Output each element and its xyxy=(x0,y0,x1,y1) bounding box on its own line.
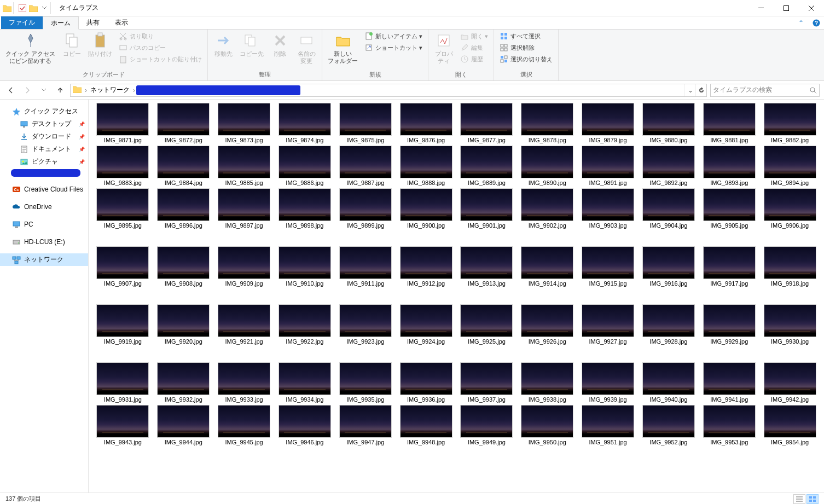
file-item[interactable]: IMG_9954.jpg xyxy=(761,405,819,445)
close-button[interactable] xyxy=(799,0,824,16)
file-item[interactable]: IMG_9901.jpg xyxy=(458,188,515,229)
tab-share[interactable]: 共有 xyxy=(79,16,107,29)
maximize-button[interactable] xyxy=(774,0,799,16)
new-folder-button[interactable]: 新しい フォルダー xyxy=(326,31,360,66)
open-button[interactable]: 開く ▾ xyxy=(458,31,490,42)
file-item[interactable]: IMG_9926.jpg xyxy=(519,304,576,345)
file-item[interactable]: IMG_9953.jpg xyxy=(700,405,758,445)
file-item[interactable]: IMG_9905.jpg xyxy=(700,188,758,229)
address-bar[interactable]: › ネットワーク › ⌄ xyxy=(70,84,707,97)
file-item[interactable]: IMG_9885.jpg xyxy=(216,146,273,186)
search-input[interactable]: タイムラプスの検索 xyxy=(710,84,820,97)
thumbnails-view-button[interactable] xyxy=(806,494,819,504)
file-item[interactable]: IMG_9912.jpg xyxy=(397,246,455,287)
file-item[interactable]: IMG_9892.jpg xyxy=(640,146,698,186)
file-item[interactable]: IMG_9894.jpg xyxy=(761,146,819,186)
move-to-button[interactable]: 移動先 xyxy=(211,31,235,59)
new-item-button[interactable]: 新しいアイテム ▾ xyxy=(362,31,425,42)
file-item[interactable]: IMG_9946.jpg xyxy=(276,405,334,445)
copy-path-button[interactable]: パスのコピー xyxy=(117,42,204,53)
sidebar-item[interactable]: ダウンロード📌 xyxy=(0,130,88,143)
sidebar-item[interactable]: HD-LCU3 (E:) xyxy=(0,236,88,248)
invert-selection-button[interactable]: 選択の切り替え xyxy=(497,54,555,65)
file-item[interactable]: IMG_9919.jpg xyxy=(94,304,152,345)
file-item[interactable]: IMG_9887.jpg xyxy=(336,146,394,186)
tab-view[interactable]: 表示 xyxy=(107,16,136,29)
file-item[interactable]: IMG_9928.jpg xyxy=(640,304,698,345)
address-dropdown-icon[interactable]: ⌄ xyxy=(684,84,695,96)
paste-shortcut-button[interactable]: ショートカットの貼り付け xyxy=(117,54,204,65)
file-item[interactable]: IMG_9947.jpg xyxy=(336,405,394,445)
file-item[interactable]: IMG_9906.jpg xyxy=(761,188,819,229)
file-item[interactable]: IMG_9881.jpg xyxy=(700,103,758,143)
file-item[interactable]: IMG_9929.jpg xyxy=(700,304,758,345)
sidebar-item[interactable]: デスクトップ📌 xyxy=(0,118,88,130)
file-item[interactable]: IMG_9915.jpg xyxy=(579,246,637,287)
file-item[interactable]: IMG_9925.jpg xyxy=(458,304,515,345)
file-item[interactable]: IMG_9942.jpg xyxy=(761,362,819,403)
minimize-button[interactable] xyxy=(748,0,774,16)
file-item[interactable]: IMG_9872.jpg xyxy=(155,103,212,143)
file-item[interactable]: IMG_9889.jpg xyxy=(458,146,515,186)
file-item[interactable]: IMG_9921.jpg xyxy=(216,304,273,345)
file-item[interactable]: IMG_9909.jpg xyxy=(216,246,273,287)
file-item[interactable]: IMG_9916.jpg xyxy=(640,246,698,287)
qat-dropdown-icon[interactable] xyxy=(39,3,49,13)
recent-dropdown-icon[interactable] xyxy=(37,84,50,97)
help-icon[interactable]: ? xyxy=(809,16,824,29)
deselect-button[interactable]: 選択解除 xyxy=(497,42,555,53)
file-item[interactable]: IMG_9914.jpg xyxy=(519,246,576,287)
edit-button[interactable]: 編集 xyxy=(458,42,490,53)
details-view-button[interactable] xyxy=(793,494,805,504)
file-item[interactable]: IMG_9934.jpg xyxy=(276,362,334,403)
file-item[interactable]: IMG_9907.jpg xyxy=(94,246,152,287)
file-item[interactable]: IMG_9888.jpg xyxy=(397,146,455,186)
file-item[interactable]: IMG_9890.jpg xyxy=(519,146,576,186)
file-item[interactable]: IMG_9941.jpg xyxy=(700,362,758,403)
file-item[interactable]: IMG_9895.jpg xyxy=(94,188,152,229)
file-item[interactable]: IMG_9924.jpg xyxy=(397,304,455,345)
file-item[interactable]: IMG_9918.jpg xyxy=(761,246,819,287)
breadcrumb-network[interactable]: ネットワーク xyxy=(88,84,132,96)
file-item[interactable]: IMG_9877.jpg xyxy=(458,103,515,143)
file-item[interactable]: IMG_9938.jpg xyxy=(519,362,576,403)
file-item[interactable]: IMG_9936.jpg xyxy=(397,362,455,403)
qat-properties-icon[interactable] xyxy=(18,3,27,13)
file-item[interactable]: IMG_9879.jpg xyxy=(579,103,637,143)
history-button[interactable]: 履歴 xyxy=(458,54,490,65)
file-item[interactable]: IMG_9893.jpg xyxy=(700,146,758,186)
file-item[interactable]: IMG_9950.jpg xyxy=(519,405,576,445)
file-item[interactable]: IMG_9896.jpg xyxy=(155,188,212,229)
file-item[interactable]: IMG_9951.jpg xyxy=(579,405,637,445)
file-item[interactable]: IMG_9927.jpg xyxy=(579,304,637,345)
file-item[interactable]: IMG_9891.jpg xyxy=(579,146,637,186)
file-item[interactable]: IMG_9920.jpg xyxy=(155,304,212,345)
up-button[interactable] xyxy=(54,84,67,97)
file-item[interactable]: IMG_9923.jpg xyxy=(336,304,394,345)
paste-button[interactable]: 貼り付け xyxy=(86,31,114,59)
file-item[interactable]: IMG_9898.jpg xyxy=(276,188,334,229)
file-item[interactable]: IMG_9910.jpg xyxy=(276,246,334,287)
file-item[interactable]: IMG_9897.jpg xyxy=(216,188,273,229)
file-item[interactable]: IMG_9933.jpg xyxy=(216,362,273,403)
sidebar-item[interactable]: OneDrive xyxy=(0,201,88,213)
file-item[interactable]: IMG_9948.jpg xyxy=(397,405,455,445)
file-item[interactable]: IMG_9871.jpg xyxy=(94,103,152,143)
properties-button[interactable]: プロパ ティ xyxy=(432,31,456,66)
file-item[interactable]: IMG_9873.jpg xyxy=(216,103,273,143)
file-item[interactable]: IMG_9876.jpg xyxy=(397,103,455,143)
file-item[interactable]: IMG_9874.jpg xyxy=(276,103,334,143)
delete-button[interactable]: 削除 xyxy=(268,31,292,59)
pin-quickaccess-button[interactable]: クイック アクセス にピン留めする xyxy=(3,31,57,66)
file-item[interactable]: IMG_9884.jpg xyxy=(155,146,212,186)
file-item[interactable]: IMG_9952.jpg xyxy=(640,405,698,445)
file-item[interactable]: IMG_9911.jpg xyxy=(336,246,394,287)
file-item[interactable]: IMG_9902.jpg xyxy=(519,188,576,229)
sidebar-item[interactable]: ネットワーク xyxy=(0,253,88,266)
file-item[interactable]: IMG_9943.jpg xyxy=(94,405,152,445)
back-button[interactable] xyxy=(4,84,18,97)
file-item[interactable]: IMG_9883.jpg xyxy=(94,146,152,186)
file-item[interactable]: IMG_9930.jpg xyxy=(761,304,819,345)
sidebar-item[interactable]: CcCreative Cloud Files xyxy=(0,183,88,195)
file-item[interactable]: IMG_9886.jpg xyxy=(276,146,334,186)
